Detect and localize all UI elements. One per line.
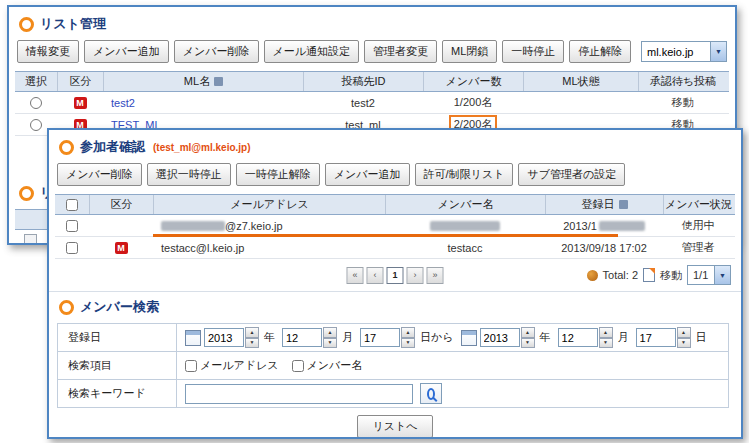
col-header-select: 選択 bbox=[15, 72, 57, 91]
col-header-ml-name: ML名 bbox=[103, 72, 303, 91]
ml-select-radio[interactable] bbox=[30, 97, 42, 109]
chevron-down-icon: ▼ bbox=[710, 42, 726, 61]
section-marker-icon bbox=[59, 140, 74, 155]
unpause-button[interactable]: 停止解除 bbox=[569, 40, 631, 63]
spin-up-icon[interactable]: ▲ bbox=[323, 327, 337, 338]
hidden-cell-icon bbox=[24, 234, 37, 245]
total-count: Total: 2 bbox=[603, 269, 638, 281]
col-header-post-id: 投稿先ID bbox=[303, 72, 423, 91]
member-status: 使用中 bbox=[663, 215, 733, 236]
member-name-checkbox[interactable] bbox=[292, 360, 304, 372]
redaction-bar bbox=[153, 234, 618, 237]
col-header-category: 区分 bbox=[89, 195, 153, 214]
add-member-button[interactable]: メンバー追加 bbox=[84, 40, 169, 63]
section-marker-icon bbox=[19, 17, 34, 32]
col-header-ml-status: ML状態 bbox=[523, 72, 638, 91]
ml-name-link[interactable]: test2 bbox=[111, 97, 135, 109]
spin-down-icon[interactable]: ▼ bbox=[323, 338, 337, 349]
reg-date-row: 登録日 ▲▼ 年 ▲▼ 月 ▲▼ 日から bbox=[58, 324, 729, 352]
reg-date-visible: 2013/1 bbox=[563, 220, 597, 232]
spin-up-icon[interactable]: ▲ bbox=[245, 327, 259, 338]
unit-month: 月 bbox=[618, 330, 629, 345]
search-keyword-input[interactable] bbox=[185, 384, 413, 404]
spin-down-icon[interactable]: ▼ bbox=[599, 338, 613, 349]
col-header-ml-name-label: ML名 bbox=[184, 74, 210, 89]
add-member-button[interactable]: メンバー追加 bbox=[325, 163, 410, 186]
month-to-input[interactable] bbox=[558, 328, 598, 347]
ml-status bbox=[523, 92, 638, 113]
spin-down-icon[interactable]: ▼ bbox=[245, 338, 259, 349]
pagination: « ‹ 1 › » bbox=[347, 267, 444, 284]
change-admin-button[interactable]: 管理者変更 bbox=[364, 40, 437, 63]
unit-year: 年 bbox=[264, 330, 275, 345]
current-page-button[interactable]: 1 bbox=[387, 267, 404, 284]
spin-down-icon[interactable]: ▼ bbox=[521, 338, 535, 349]
page-title: リスト管理 bbox=[40, 15, 106, 33]
email-checkbox-label: メールアドレス bbox=[200, 358, 279, 373]
spin-down-icon[interactable]: ▼ bbox=[401, 338, 415, 349]
close-ml-button[interactable]: ML閉鎖 bbox=[442, 40, 497, 63]
day-from-input[interactable] bbox=[360, 328, 400, 347]
desktop: リスト管理 情報変更 メンバー追加 メンバー削除 メール通知設定 管理者変更 M… bbox=[0, 0, 749, 443]
redacted-text bbox=[599, 221, 645, 231]
info-change-button[interactable]: 情報変更 bbox=[17, 40, 79, 63]
member-search-title: メンバー検索 bbox=[80, 298, 159, 316]
last-page-button[interactable]: » bbox=[427, 267, 444, 284]
category-m-badge: M bbox=[74, 97, 87, 109]
email-cell: testacc@l.keio.jp bbox=[153, 237, 385, 258]
member-select-checkbox[interactable] bbox=[66, 220, 78, 232]
ml-select-radio[interactable] bbox=[30, 119, 42, 131]
approval-status: 移動 bbox=[638, 92, 727, 113]
calendar-icon[interactable] bbox=[185, 330, 201, 346]
participants-header: 参加者確認 (test_ml@ml.keio.jp) bbox=[49, 130, 741, 161]
delete-member-button[interactable]: メンバー削除 bbox=[57, 163, 142, 186]
page-jump-select[interactable]: 1/1 ▼ bbox=[687, 265, 731, 285]
pagination-summary: Total: 2 移動 1/1 ▼ bbox=[587, 265, 731, 285]
unpause-button[interactable]: 一時停止解除 bbox=[236, 163, 320, 186]
sort-icon[interactable] bbox=[214, 77, 223, 86]
category-cell bbox=[89, 215, 153, 236]
spin-up-icon[interactable]: ▲ bbox=[677, 327, 691, 338]
spin-up-icon[interactable]: ▲ bbox=[401, 327, 415, 338]
mail-notify-settings-button[interactable]: メール通知設定 bbox=[264, 40, 360, 63]
col-header-reg-date: 登録日 bbox=[545, 195, 663, 214]
year-from-input[interactable] bbox=[204, 328, 244, 347]
member-name-checkbox-label: メンバー名 bbox=[307, 358, 363, 373]
member-count: 1/200名 bbox=[423, 92, 523, 113]
spin-up-icon[interactable]: ▲ bbox=[521, 327, 535, 338]
magnifier-icon bbox=[427, 388, 435, 400]
list-management-header: リスト管理 bbox=[9, 7, 735, 38]
prev-page-button[interactable]: ‹ bbox=[367, 267, 384, 284]
list-management-toolbar: 情報変更 メンバー追加 メンバー削除 メール通知設定 管理者変更 ML閉鎖 一時… bbox=[9, 38, 735, 69]
sub-admin-settings-button[interactable]: サブ管理者の設定 bbox=[518, 163, 625, 186]
email-checkbox[interactable] bbox=[185, 360, 197, 372]
member-select-checkbox[interactable] bbox=[66, 242, 78, 254]
participants-window: 参加者確認 (test_ml@ml.keio.jp) メンバー削除 選択一時停止… bbox=[47, 128, 743, 439]
day-to-input[interactable] bbox=[636, 328, 676, 347]
allow-deny-list-button[interactable]: 許可/制限リスト bbox=[415, 163, 514, 186]
search-button[interactable] bbox=[420, 383, 442, 404]
redacted-text bbox=[161, 221, 225, 231]
spin-down-icon[interactable]: ▼ bbox=[677, 338, 691, 349]
participants-toolbar: メンバー削除 選択一時停止 一時停止解除 メンバー追加 許可/制限リスト サブ管… bbox=[49, 161, 741, 192]
year-to-input[interactable] bbox=[480, 328, 520, 347]
calendar-icon[interactable] bbox=[461, 330, 477, 346]
unit-day: 日 bbox=[696, 330, 707, 345]
reg-date-cell: 2013/09/18 17:02 bbox=[545, 237, 663, 258]
col-header-member-count: メンバー数 bbox=[423, 72, 523, 91]
to-list-button[interactable]: リストへ bbox=[357, 415, 432, 438]
month-from-input[interactable] bbox=[282, 328, 322, 347]
delete-member-button[interactable]: メンバー削除 bbox=[174, 40, 259, 63]
col-header-member-name: メンバー名 bbox=[385, 195, 545, 214]
select-all-checkbox[interactable] bbox=[66, 199, 78, 211]
participants-table-header: 区分 メールアドレス メンバー名 登録日 メンバー状況 bbox=[55, 194, 735, 215]
pause-selected-button[interactable]: 選択一時停止 bbox=[147, 163, 231, 186]
section-marker-icon bbox=[19, 186, 34, 201]
next-page-button[interactable]: › bbox=[407, 267, 424, 284]
first-page-button[interactable]: « bbox=[347, 267, 364, 284]
spin-up-icon[interactable]: ▲ bbox=[599, 327, 613, 338]
sort-icon[interactable] bbox=[619, 200, 628, 209]
pause-button[interactable]: 一時停止 bbox=[502, 40, 564, 63]
ml-table-header: 選択 区分 ML名 投稿先ID メンバー数 ML状態 承認待ち投稿 bbox=[15, 71, 729, 92]
domain-select[interactable]: ml.keio.jp ▼ bbox=[641, 41, 727, 62]
